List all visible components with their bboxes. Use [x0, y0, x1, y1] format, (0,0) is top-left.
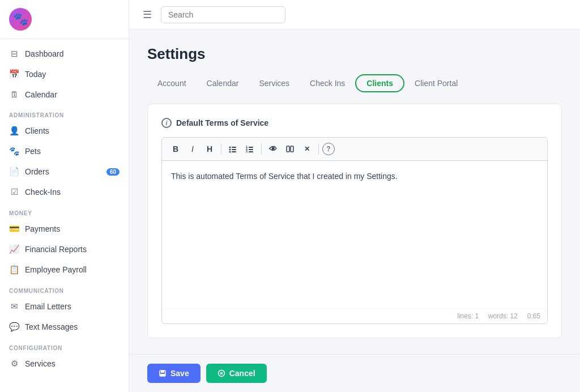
section-label-communication: COMMUNICATION — [0, 280, 129, 296]
settings-tabs: Account Calendar Services Check Ins Clie… — [147, 74, 562, 92]
svg-rect-7 — [249, 147, 253, 148]
editor-toolbar: B I H — [162, 138, 547, 161]
bold-button[interactable]: B — [168, 141, 184, 157]
dashboard-icon: ⊟ — [9, 49, 19, 59]
toolbar-separator-3 — [318, 143, 319, 155]
hamburger-button[interactable]: ☰ — [143, 8, 152, 21]
search-box — [161, 6, 285, 23]
sidebar: 🐾 ⊟ Dashboard 📅 Today 🗓 Calendar ADMINIS… — [0, 0, 129, 392]
svg-rect-12 — [287, 146, 289, 152]
svg-point-2 — [229, 149, 231, 151]
topbar: ☰ — [129, 0, 580, 29]
sidebar-item-label: Services — [25, 359, 120, 368]
sidebar-item-text-messages[interactable]: 💬 Text Messages — [0, 317, 129, 337]
editor-words: words: 12 — [488, 312, 518, 320]
svg-text:3.: 3. — [246, 150, 249, 153]
tab-account[interactable]: Account — [147, 74, 197, 92]
sidebar-item-label: Today — [25, 70, 120, 79]
svg-rect-9 — [249, 149, 253, 150]
email-icon: ✉ — [9, 301, 19, 312]
sidebar-item-orders[interactable]: 📄 Orders 60 — [0, 161, 129, 182]
tab-calendar[interactable]: Calendar — [197, 74, 249, 92]
heading-button[interactable]: H — [202, 141, 218, 157]
sidebar-item-label: Employee Payroll — [25, 265, 120, 274]
svg-rect-3 — [232, 149, 236, 150]
svg-rect-5 — [232, 151, 236, 152]
svg-rect-16 — [160, 374, 165, 376]
main-area: ☰ Settings Account Calendar Services Che… — [129, 0, 580, 392]
settings-card: i Default Terms of Service B I H — [147, 104, 562, 338]
calendar-icon: 🗓 — [9, 90, 19, 99]
preview-button[interactable]: 👁 — [265, 141, 281, 157]
svg-rect-1 — [232, 147, 236, 148]
sidebar-item-services[interactable]: ⚙ Services — [0, 353, 129, 374]
sidebar-item-label: Text Messages — [25, 322, 120, 331]
sidebar-item-label: Email Letters — [25, 302, 120, 311]
employee-payroll-icon: 📋 — [9, 265, 19, 275]
toolbar-separator-2 — [261, 143, 262, 155]
orders-badge: 60 — [106, 168, 120, 176]
sidebar-item-label: Calendar — [25, 90, 120, 99]
sidebar-item-clients[interactable]: 👤 Clients — [0, 121, 129, 141]
sidebar-item-label: Payments — [25, 224, 120, 233]
save-button[interactable]: Save — [147, 364, 201, 383]
content-area: Settings Account Calendar Services Check… — [129, 29, 580, 354]
editor-lines: lines: 1 — [457, 312, 479, 320]
pets-icon: 🐾 — [9, 146, 19, 156]
page-title: Settings — [147, 45, 562, 63]
fullscreen-button[interactable]: ✕ — [299, 141, 315, 157]
editor-time: 0:65 — [527, 312, 540, 320]
search-input[interactable] — [161, 6, 285, 23]
info-icon: i — [161, 118, 172, 128]
svg-rect-13 — [291, 146, 293, 152]
services-icon: ⚙ — [9, 359, 19, 369]
toolbar-separator-1 — [221, 143, 221, 155]
logo-icon: 🐾 — [9, 8, 32, 31]
sidebar-item-label: Orders — [25, 167, 101, 176]
app-logo: 🐾 — [0, 0, 129, 39]
sidebar-item-label: Pets — [25, 147, 120, 156]
clients-icon: 👤 — [9, 126, 19, 136]
tab-check-ins[interactable]: Check Ins — [300, 74, 355, 92]
sidebar-item-check-ins[interactable]: ☑ Check-Ins — [0, 182, 129, 202]
sidebar-item-label: Clients — [25, 126, 120, 135]
sidebar-item-label: Check-Ins — [25, 188, 120, 197]
sidebar-item-employee-payroll[interactable]: 📋 Employee Payroll — [0, 259, 129, 280]
text-messages-icon: 💬 — [9, 322, 19, 332]
today-icon: 📅 — [9, 69, 19, 79]
cancel-icon — [218, 369, 225, 377]
svg-point-4 — [229, 151, 231, 153]
financial-reports-icon: 📈 — [9, 244, 19, 254]
editor-footer: lines: 1 words: 12 0:65 — [162, 308, 547, 323]
save-icon — [159, 369, 167, 377]
tab-services[interactable]: Services — [249, 74, 300, 92]
sidebar-item-financial-reports[interactable]: 📈 Financial Reports — [0, 239, 129, 259]
editor-content[interactable]: This is automated Terms of Service that … — [162, 161, 547, 308]
payments-icon: 💳 — [9, 224, 19, 234]
sidebar-item-payments[interactable]: 💳 Payments — [0, 219, 129, 239]
bottom-bar: Save Cancel — [129, 354, 580, 392]
sidebar-item-email-letters[interactable]: ✉ Email Letters — [0, 296, 129, 317]
section-label-money: MONEY — [0, 202, 129, 219]
columns-button[interactable] — [282, 141, 298, 157]
check-ins-icon: ☑ — [9, 187, 19, 197]
sidebar-item-label: Dashboard — [25, 49, 120, 58]
cancel-button[interactable]: Cancel — [206, 364, 267, 383]
italic-button[interactable]: I — [185, 141, 201, 157]
svg-rect-15 — [161, 370, 164, 373]
ordered-list-button[interactable]: 1. 2. 3. — [242, 141, 258, 157]
tab-clients[interactable]: Clients — [355, 74, 404, 92]
help-button[interactable]: ? — [322, 143, 335, 155]
bullet-list-button[interactable] — [225, 141, 241, 157]
sidebar-item-label: Financial Reports — [25, 245, 120, 254]
svg-rect-11 — [249, 151, 253, 152]
sidebar-item-today[interactable]: 📅 Today — [0, 64, 129, 84]
sidebar-item-pets[interactable]: 🐾 Pets — [0, 141, 129, 161]
section-title: i Default Terms of Service — [161, 118, 548, 128]
tab-client-portal[interactable]: Client Portal — [404, 74, 468, 92]
orders-icon: 📄 — [9, 167, 19, 177]
section-label-administration: ADMINISTRATION — [0, 104, 129, 121]
section-label-configuration: CONFIGURATION — [0, 337, 129, 353]
sidebar-item-dashboard[interactable]: ⊟ Dashboard — [0, 44, 129, 64]
sidebar-item-calendar[interactable]: 🗓 Calendar — [0, 84, 129, 104]
